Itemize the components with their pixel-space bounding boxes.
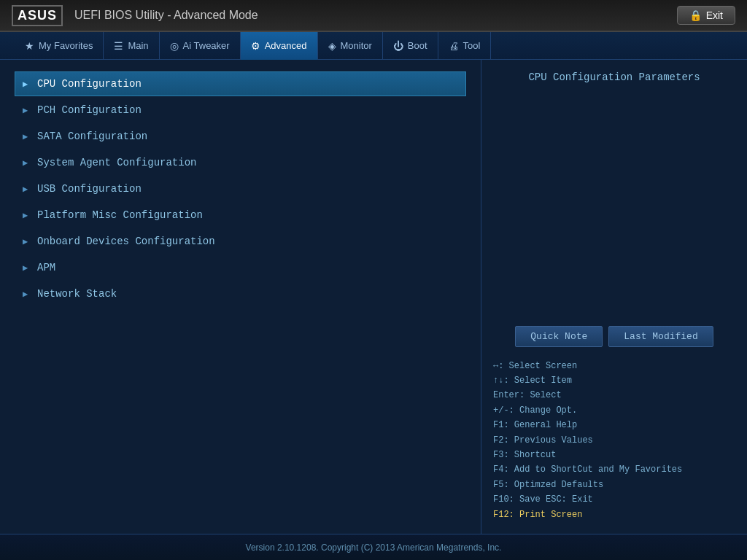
arrow-icon: ▶ xyxy=(23,210,31,221)
help-line-1: ↔: Select Screen xyxy=(493,359,735,373)
nav-label-boot: Boot xyxy=(408,40,427,51)
nav-item-ai-tweaker[interactable]: ◎ Ai Tweaker xyxy=(160,32,241,60)
boot-icon: ⏻ xyxy=(393,40,403,52)
quick-note-button[interactable]: Quick Note xyxy=(515,326,603,347)
help-line-3: Enter: Select xyxy=(493,388,735,402)
menu-item-network-stack[interactable]: ▶ Network Stack xyxy=(15,281,466,306)
nav-item-monitor[interactable]: ◈ Monitor xyxy=(318,32,383,60)
menu-label: CPU Configuration xyxy=(37,78,142,90)
menu-label: System Agent Configuration xyxy=(37,157,196,168)
tool-icon: 🖨 xyxy=(449,40,459,52)
menu-label: Network Stack xyxy=(37,288,117,300)
asus-logo: ASUS xyxy=(12,5,63,26)
menu-item-sata-config[interactable]: ▶ SATA Configuration xyxy=(15,124,466,149)
help-line-7: F3: Shortcut xyxy=(493,448,735,462)
header-title: UEFI BIOS Utility - Advanced Mode xyxy=(74,9,677,22)
right-panel: CPU Configuration Parameters Quick Note … xyxy=(481,60,747,534)
arrow-icon: ▶ xyxy=(23,131,31,142)
favorites-icon: ★ xyxy=(25,40,34,52)
arrow-icon: ▶ xyxy=(23,105,31,116)
arrow-icon: ▶ xyxy=(23,184,31,195)
menu-label: Onboard Devices Configuration xyxy=(37,236,215,247)
help-text: ↔: Select Screen ↑↓: Select Item Enter: … xyxy=(493,359,735,522)
menu-item-usb-config[interactable]: ▶ USB Configuration xyxy=(15,176,466,201)
arrow-icon: ▶ xyxy=(23,236,31,247)
menu-item-cpu-config[interactable]: ▶ CPU Configuration xyxy=(15,71,466,96)
nav-item-tool[interactable]: 🖨 Tool xyxy=(438,32,492,60)
nav-label-ai-tweaker: Ai Tweaker xyxy=(183,40,230,51)
help-line-6: F2: Previous Values xyxy=(493,433,735,448)
menu-item-pch-config[interactable]: ▶ PCH Configuration xyxy=(15,98,466,122)
main-icon: ☰ xyxy=(114,40,123,52)
menu-item-platform-misc[interactable]: ▶ Platform Misc Configuration xyxy=(15,203,466,228)
left-panel: ▶ CPU Configuration ▶ PCH Configuration … xyxy=(0,60,481,534)
config-title: CPU Configuration Parameters xyxy=(493,71,735,83)
nav-label-main: Main xyxy=(128,40,148,51)
footer-text: Version 2.10.1208. Copyright (C) 2013 Am… xyxy=(246,542,502,553)
help-line-9: F5: Optimzed Defaults xyxy=(493,478,735,492)
ai-tweaker-icon: ◎ xyxy=(170,40,179,52)
nav-label-monitor: Monitor xyxy=(341,40,372,51)
advanced-icon: ⚙ xyxy=(251,40,260,52)
nav-label-favorites: My Favorites xyxy=(39,40,93,51)
nav-label-tool: Tool xyxy=(463,40,481,51)
arrow-icon: ▶ xyxy=(23,158,31,168)
nav-bar: ★ My Favorites ☰ Main ◎ Ai Tweaker ⚙ Adv… xyxy=(0,32,747,60)
menu-label: PCH Configuration xyxy=(37,104,142,116)
nav-item-favorites[interactable]: ★ My Favorites xyxy=(15,32,104,60)
last-modified-button[interactable]: Last Modified xyxy=(608,326,713,347)
help-line-8: F4: Add to ShortCut and My Favorites xyxy=(493,462,735,477)
help-line-11: F12: Print Screen xyxy=(493,508,735,522)
menu-item-apm[interactable]: ▶ APM xyxy=(15,255,466,280)
nav-item-main[interactable]: ☰ Main xyxy=(104,32,159,60)
header: ASUS UEFI BIOS Utility - Advanced Mode 🔒… xyxy=(0,0,747,32)
button-row: Quick Note Last Modified xyxy=(493,326,735,347)
footer: Version 2.10.1208. Copyright (C) 2013 Am… xyxy=(0,534,747,560)
nav-label-advanced: Advanced xyxy=(265,40,307,51)
arrow-icon: ▶ xyxy=(23,289,31,300)
menu-label: Platform Misc Configuration xyxy=(37,209,203,221)
config-description xyxy=(493,95,735,326)
help-line-5: F1: General Help xyxy=(493,418,735,432)
help-line-4: +/-: Change Opt. xyxy=(493,403,735,418)
monitor-icon: ◈ xyxy=(328,40,336,52)
main-content: ▶ CPU Configuration ▶ PCH Configuration … xyxy=(0,60,747,534)
menu-item-sys-agent[interactable]: ▶ System Agent Configuration xyxy=(15,150,466,175)
arrow-icon: ▶ xyxy=(23,79,31,90)
asus-logo-text: ASUS xyxy=(12,5,63,26)
help-line-10: F10: Save ESC: Exit xyxy=(493,492,735,507)
arrow-icon: ▶ xyxy=(23,262,31,273)
exit-label: Exit xyxy=(706,9,723,21)
nav-item-advanced[interactable]: ⚙ Advanced xyxy=(241,32,318,60)
menu-label: USB Configuration xyxy=(37,183,142,195)
exit-button[interactable]: 🔒 Exit xyxy=(677,6,735,25)
nav-item-boot[interactable]: ⏻ Boot xyxy=(383,32,438,60)
exit-icon: 🔒 xyxy=(689,9,702,21)
menu-item-onboard-devices[interactable]: ▶ Onboard Devices Configuration xyxy=(15,229,466,254)
menu-label: SATA Configuration xyxy=(37,131,147,142)
help-line-2: ↑↓: Select Item xyxy=(493,373,735,388)
menu-label: APM xyxy=(37,262,55,273)
